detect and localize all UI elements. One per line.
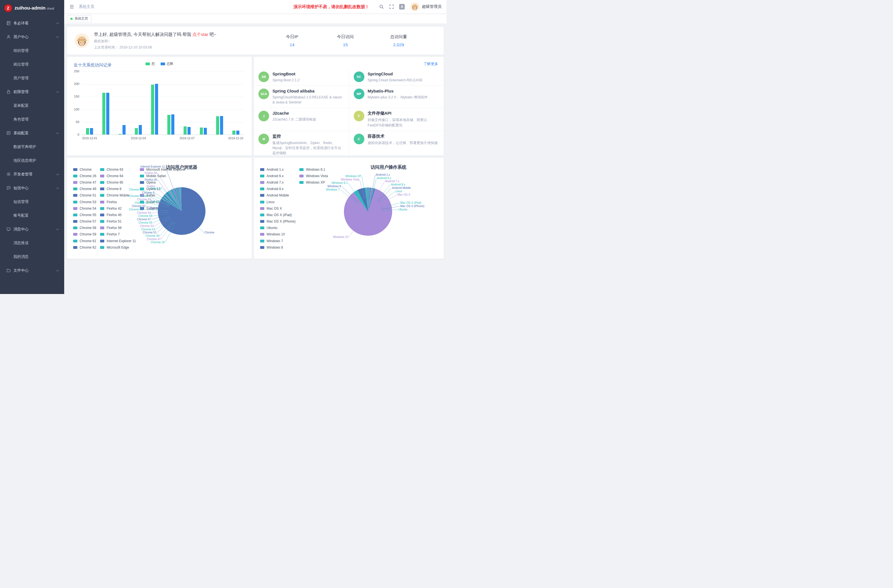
sidebar-item-user-manage[interactable]: 用户管理 (0, 71, 64, 85)
legend-item[interactable]: Chrome 26 (73, 173, 96, 179)
sidebar-item-developer-manage[interactable]: 开发者管理 (0, 167, 64, 181)
legend-item[interactable]: Chrome 63 (100, 166, 136, 173)
learn-more-link[interactable]: 了解更多 (424, 62, 438, 66)
username[interactable]: 超级管理员 (422, 4, 442, 9)
legend-item[interactable]: Microsoft Edge (100, 244, 136, 251)
legend-item[interactable]: Mac OS X (iPhone) (260, 218, 295, 225)
legend-item[interactable]: Windows Vista (299, 173, 328, 179)
sidebar-item-post-manage[interactable]: 岗位管理 (0, 57, 64, 71)
sidebar-item-org-manage[interactable]: 组织管理 (0, 44, 64, 57)
pie-callout-label: Chrome 47 (147, 238, 161, 241)
sidebar-item-base-config[interactable]: 基础配置 (0, 126, 64, 140)
legend-item[interactable]: Firefox 56 (100, 225, 136, 231)
bar[interactable] (135, 128, 138, 135)
legend-item[interactable]: Chrome 65 (100, 179, 136, 185)
legend-item[interactable]: Internet Explorer 11 (100, 238, 136, 244)
tech-item-springcloud: SCSpringCloudSpring Cloud Greenwich.RELE… (349, 69, 444, 86)
legend-item[interactable]: 总数 (161, 62, 173, 66)
legend-item[interactable]: Windows 8.1 (299, 166, 328, 173)
sidebar-item-user-center[interactable]: 用户中心 (0, 30, 64, 44)
bar[interactable] (183, 126, 187, 135)
bar[interactable] (122, 125, 126, 135)
fullscreen-icon[interactable] (389, 4, 394, 9)
legend-item[interactable]: Ubuntu (260, 225, 295, 231)
sidebar-item-message-push[interactable]: 消息推送 (0, 236, 64, 250)
legend-item[interactable]: Chrome (73, 166, 96, 173)
legend-item[interactable]: Linux (260, 199, 295, 205)
tech-desc: Spring Boot 2.1.2 (272, 78, 300, 83)
star-link[interactable]: 点个star (192, 32, 208, 37)
legend-item[interactable]: Android 8.x (260, 186, 295, 192)
sidebar-item-message-center[interactable]: 消息中心 (0, 222, 64, 236)
bar[interactable] (151, 85, 154, 135)
sidebar-item-dict-maintain[interactable]: 数据字典维护 (0, 140, 64, 153)
sidebar-item-account-config[interactable]: 账号配置 (0, 209, 64, 222)
sidebar-item-auth-manage[interactable]: 权限管理 (0, 85, 64, 99)
font-size-icon[interactable]: A (399, 4, 405, 9)
legend-item[interactable]: Android 1.x (260, 166, 295, 173)
bar[interactable] (220, 116, 223, 135)
legend-item[interactable]: Firefox (100, 199, 136, 205)
chevron-down-icon (56, 35, 59, 38)
legend-item[interactable]: Chrome 51 (73, 192, 96, 199)
bar[interactable] (232, 131, 235, 135)
bar[interactable] (171, 114, 174, 135)
legend-item[interactable]: Windows 10 (260, 231, 295, 238)
legend-item[interactable]: Safari 9 (140, 205, 186, 212)
bar[interactable] (106, 93, 109, 135)
legend-item[interactable]: Chrome 61 (73, 238, 96, 244)
os-pie-chart[interactable] (344, 188, 392, 236)
sidebar-item-sms-manage[interactable]: 短信管理 (0, 195, 64, 209)
legend-item[interactable]: Chrome 55 (73, 212, 96, 218)
stat-total-visits: 总访问量 2,029 (372, 34, 425, 47)
sidebar-item-menu-config[interactable]: 菜单配置 (0, 99, 64, 113)
sidebar-item-role-manage[interactable]: 角色管理 (0, 113, 64, 126)
bar[interactable] (204, 128, 207, 135)
legend-item[interactable]: Windows 7 (260, 238, 295, 244)
app-logo[interactable]: Z zuihou-admincloud (0, 0, 64, 16)
legend-item[interactable]: Windows XP (299, 179, 328, 185)
bar[interactable] (236, 131, 239, 135)
bar[interactable] (216, 116, 219, 135)
legend-item[interactable]: Chrome 59 (73, 231, 96, 238)
collapse-menu-icon[interactable] (69, 4, 74, 9)
pie-callout-label: Mac OS X (397, 193, 410, 196)
bar[interactable] (155, 84, 158, 135)
legend-item[interactable]: Mac OS X (260, 205, 295, 212)
legend-item[interactable]: Chrome 49 (73, 186, 96, 192)
legend-item[interactable]: Firefox 51 (100, 218, 136, 225)
breadcrumb[interactable]: 系统主页 (79, 4, 95, 9)
legend-item[interactable]: Windows 8 (260, 244, 295, 251)
legend-item[interactable]: Chrome 53 (73, 199, 96, 205)
sidebar-item-my-message[interactable]: 我的消息 (0, 250, 64, 263)
sidebar-item-must-read[interactable]: 务必详看 (0, 16, 64, 30)
legend-item[interactable]: 您 (146, 62, 155, 66)
legend-item[interactable]: Android 6.x (260, 173, 295, 179)
tab-home[interactable]: 系统主页 (67, 15, 92, 23)
sidebar-item-file-center[interactable]: 文件中心 (0, 263, 64, 277)
legend-item[interactable]: Chrome 58 (73, 225, 96, 231)
sidebar-item-area-maintain[interactable]: 地区信息维护 (0, 153, 64, 167)
legend-item[interactable]: Chrome 62 (73, 244, 96, 251)
legend-item[interactable]: Android Mobile (260, 192, 295, 199)
bar[interactable] (90, 128, 93, 135)
user-avatar-large (74, 33, 89, 48)
legend-item[interactable]: Chrome 47 (73, 179, 96, 185)
legend-item[interactable]: Firefox 45 (100, 212, 136, 218)
bar[interactable] (119, 134, 122, 135)
bar[interactable] (167, 115, 170, 135)
bar[interactable] (86, 128, 89, 135)
search-icon[interactable] (379, 4, 384, 9)
bar[interactable] (200, 128, 203, 135)
bar[interactable] (102, 93, 105, 135)
bar[interactable] (188, 127, 191, 135)
sidebar-item-sms-center[interactable]: 短信中心 (0, 181, 64, 195)
legend-item[interactable]: Chrome 57 (73, 218, 96, 225)
legend-item[interactable]: Mac OS X (iPad) (260, 212, 295, 218)
legend-item[interactable]: Android 7.x (260, 179, 295, 185)
legend-item[interactable]: Chrome 64 (100, 173, 136, 179)
bar[interactable] (139, 125, 142, 135)
legend-item[interactable]: Firefox 7 (100, 231, 136, 238)
legend-item[interactable]: Chrome 54 (73, 205, 96, 212)
user-avatar[interactable] (410, 2, 419, 12)
